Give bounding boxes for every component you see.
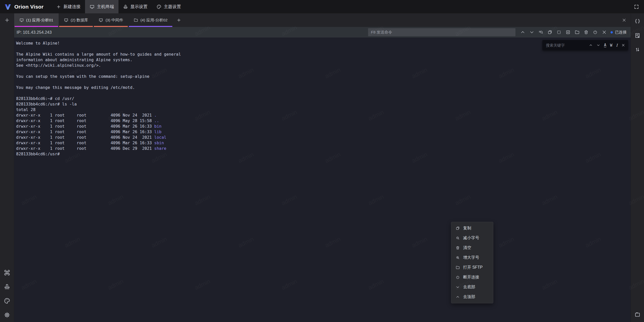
menu-clear[interactable]: 清空	[451, 243, 493, 253]
command-icon[interactable]	[3, 268, 12, 277]
search-buttons: AWI	[585, 43, 625, 48]
menu-open-sftp[interactable]: 打开 SFTP	[451, 263, 493, 272]
stamp-icon[interactable]	[3, 282, 12, 291]
terminal-text: You can setup the system with the comman…	[16, 74, 149, 79]
right-sidebar	[631, 13, 644, 322]
nav-new-connection[interactable]: 新建连接	[52, 0, 85, 13]
terminal-text: sbin	[154, 140, 164, 145]
sftp-folder-icon[interactable]	[573, 28, 581, 36]
paste-icon[interactable]	[555, 28, 563, 36]
terminal-line: drwxr-xr-x 1 root root 4096 Mar 26 16:33…	[16, 140, 629, 146]
menu-decrease-font[interactable]: 减小字号	[451, 233, 493, 243]
search-close-icon[interactable]	[621, 43, 625, 47]
close-all-tabs-icon[interactable]	[618, 13, 631, 27]
terminal-line	[16, 79, 629, 85]
trash-icon	[456, 246, 460, 250]
terminal-output: Welcome to Alpine! The Alpine Wiki conta…	[16, 41, 629, 322]
brand: Orion Visor	[0, 0, 47, 13]
logo-icon	[4, 3, 12, 11]
terminal-text: drwxr-xr-x 1 root root 4096 Mar 26 16:33	[16, 140, 154, 145]
terminal-line	[16, 46, 629, 52]
tab-(4) 应用-分析02[interactable]: (4) 应用-分析02	[128, 13, 173, 27]
fullscreen-icon[interactable]	[629, 0, 644, 13]
menu-item-label: 断开连接	[463, 275, 479, 280]
menu-item-label: 清空	[463, 245, 471, 251]
left-sidebar-bottom	[3, 268, 12, 322]
terminal-text: drwxr-xr-x 1 root root 4096 Dec 29 2021	[16, 146, 154, 151]
menu-item-label: 复制	[463, 226, 471, 231]
tab-underline	[15, 26, 58, 27]
nav-host-terminal[interactable]: 主机终端	[85, 0, 118, 13]
tab-label: (2) 数据库	[71, 18, 88, 23]
nav-item-label: 主机终端	[97, 4, 114, 10]
terminal-line: You can setup the system with the comman…	[16, 74, 629, 79]
terminal-text: Welcome to Alpine!	[16, 41, 60, 46]
nav-theme-settings[interactable]: 主题设置	[152, 0, 185, 13]
tab-(3) 中间件[interactable]: (3) 中间件	[93, 13, 128, 27]
line-sort-icon[interactable]	[633, 45, 642, 54]
menu-item-label: 增大字号	[463, 255, 479, 260]
menu-increase-font[interactable]: 增大字号	[451, 253, 493, 263]
terminal-line: drwxr-xr-x 1 root root 4096 Dec 29 2021 …	[16, 146, 629, 151]
close-icon[interactable]	[600, 28, 608, 36]
ip-label: IP: 101.43.254.243	[14, 30, 368, 35]
screenshot-camera-icon[interactable]	[633, 310, 642, 319]
new-connection-icon[interactable]	[3, 16, 12, 25]
menu-copy[interactable]: 复制	[451, 223, 493, 233]
nav-item-label: 主题设置	[164, 4, 181, 10]
doc-bookmark-icon[interactable]	[633, 31, 642, 40]
whole-word-icon[interactable]: W	[610, 43, 612, 48]
monitor-icon	[19, 18, 24, 22]
terminal-text: share	[154, 146, 166, 151]
menu-go-bottom[interactable]: 去底部	[451, 282, 493, 292]
tab-(2) 数据库[interactable]: (2) 数据库	[59, 13, 94, 27]
tab-underline	[94, 26, 128, 27]
right-sidebar-bottom	[633, 310, 642, 322]
terminal-line: information about administrating Alpine …	[16, 57, 629, 63]
send-command-input[interactable]	[368, 28, 515, 36]
terminal-line: See <http://wiki.alpinelinux.org/>.	[16, 63, 629, 68]
monitor-icon	[99, 18, 103, 22]
terminal-line: You may change this message by editing /…	[16, 85, 629, 90]
terminal-text: drwxr-xr-x 1 root root 4096 May 28 15:58	[16, 118, 154, 123]
settings-gear-icon[interactable]	[3, 310, 12, 319]
terminal-text: 828133bb4cd6:~# cd /usr/	[16, 96, 74, 101]
search-prev-icon[interactable]	[589, 43, 593, 47]
match-case-icon[interactable]: A	[604, 43, 606, 47]
new-tab-button[interactable]	[173, 13, 185, 27]
copy-icon[interactable]	[546, 28, 554, 36]
palette-icon[interactable]	[3, 296, 12, 305]
clear-trash-icon[interactable]	[582, 28, 590, 36]
menu-item-label: 去顶部	[463, 294, 475, 300]
search-icon[interactable]	[537, 28, 545, 36]
terminal-text: The Alpine Wiki contains a large amount …	[16, 52, 181, 57]
regex-icon[interactable]: I	[616, 43, 618, 48]
terminal-line: The Alpine Wiki contains a large amount …	[16, 52, 629, 57]
nav-display-settings[interactable]: 显示设置	[118, 0, 152, 13]
left-sidebar	[0, 13, 14, 322]
scroll-top-icon[interactable]	[519, 28, 527, 36]
menu-go-top[interactable]: 去顶部	[451, 292, 493, 302]
terminal-line: total 28	[16, 107, 629, 113]
disconnect-power-icon[interactable]	[591, 28, 599, 36]
tab-(1) 应用-分析01[interactable]: (1) 应用-分析01	[14, 13, 59, 27]
braces-icon[interactable]	[633, 17, 642, 26]
terminal[interactable]: Welcome to Alpine! The Alpine Wiki conta…	[14, 38, 631, 322]
terminal-line: 828133bb4cd6:~# cd /usr/	[16, 96, 629, 101]
tab-label: (3) 中间件	[105, 18, 123, 23]
center-column: (1) 应用-分析01(2) 数据库(3) 中间件(4) 应用-分析02 IP:…	[14, 13, 631, 322]
terminal-text: lib	[154, 129, 162, 134]
nav-item-label: 新建连接	[63, 4, 80, 10]
scroll-bottom-icon[interactable]	[528, 28, 536, 36]
tabs-container: (1) 应用-分析01(2) 数据库(3) 中间件(4) 应用-分析02	[14, 13, 173, 27]
terminal-text: 828133bb4cd6:/usr# ls -la	[16, 102, 77, 106]
menu-item-label: 打开 SFTP	[463, 265, 482, 270]
terminal-line: drwxr-xr-x 1 root root 4096 Mar 26 16:33…	[16, 124, 629, 129]
status-label: 已连接	[615, 30, 627, 35]
zoom-out-icon	[456, 236, 460, 240]
menu-disconnect[interactable]: 断开连接	[451, 272, 493, 282]
power-icon	[456, 275, 460, 279]
search-next-icon[interactable]	[596, 43, 600, 47]
command-snippet-icon[interactable]	[564, 28, 572, 36]
search-input[interactable]	[545, 43, 585, 48]
